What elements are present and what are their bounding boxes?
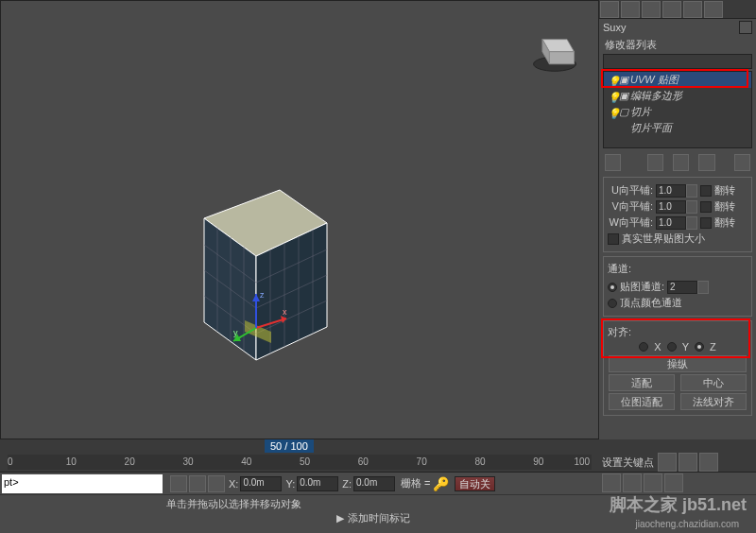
manipulate-button[interactable]: 操纵 bbox=[609, 355, 747, 372]
map-channel-radio[interactable] bbox=[608, 283, 617, 292]
nav-pan-icon[interactable] bbox=[602, 473, 621, 492]
nav-max-icon[interactable] bbox=[664, 473, 683, 492]
x-value[interactable]: 0.0m bbox=[240, 476, 282, 491]
add-time-tag[interactable]: 添加时间标记 bbox=[348, 511, 410, 525]
play-icon[interactable] bbox=[679, 453, 697, 472]
u-flip-checkbox[interactable] bbox=[700, 185, 712, 197]
svg-text:y: y bbox=[233, 328, 238, 337]
modify-tab-icon[interactable] bbox=[621, 1, 640, 18]
svg-marker-24 bbox=[252, 294, 260, 301]
command-panel-tabs bbox=[599, 0, 756, 19]
script-listener[interactable]: pt> bbox=[2, 474, 163, 493]
key-icon[interactable]: 🔑 bbox=[433, 476, 449, 491]
expand-icon[interactable]: ▣ bbox=[619, 74, 628, 86]
auto-key-button[interactable]: 自动关 bbox=[455, 476, 495, 491]
status-message: 单击并拖动以选择并移动对象 bbox=[166, 498, 301, 509]
bulb-icon[interactable]: 💡 bbox=[608, 76, 617, 85]
modifier-stack[interactable]: 💡 ▣ UVW 贴图 💡 ▣ 编辑多边形 💡 ▢ 切片 切片平面 bbox=[603, 71, 752, 148]
u-tile-spinner[interactable]: 1.0 bbox=[656, 184, 697, 198]
fit-button[interactable]: 适配 bbox=[609, 374, 675, 391]
stack-slice[interactable]: 💡 ▢ 切片 bbox=[604, 104, 751, 120]
viewcube[interactable] bbox=[528, 22, 581, 75]
frame-indicator[interactable]: 50 / 100 bbox=[265, 439, 314, 453]
w-flip-checkbox[interactable] bbox=[700, 217, 712, 229]
utilities-tab-icon[interactable] bbox=[704, 1, 723, 18]
z-label: Z: bbox=[342, 478, 352, 490]
make-unique-icon[interactable] bbox=[673, 154, 689, 171]
lock-icon[interactable] bbox=[170, 475, 187, 492]
w-tile-spinner[interactable]: 1.0 bbox=[656, 216, 697, 230]
bulb-icon[interactable]: 💡 bbox=[608, 108, 617, 117]
nav-zoom-icon[interactable] bbox=[623, 473, 642, 492]
svg-text:z: z bbox=[260, 290, 265, 300]
object-name[interactable]: Suxy bbox=[603, 22, 739, 33]
motion-tab-icon[interactable] bbox=[662, 1, 681, 18]
stack-item-label: UVW 贴图 bbox=[630, 73, 679, 87]
bulb-icon[interactable]: 💡 bbox=[608, 92, 617, 101]
stack-item-label: 切片平面 bbox=[630, 121, 672, 135]
bitmap-fit-button[interactable]: 位图适配 bbox=[609, 393, 675, 410]
stack-toolbar bbox=[603, 152, 752, 173]
next-key-icon[interactable] bbox=[699, 453, 718, 472]
z-value[interactable]: 0.0m bbox=[353, 476, 395, 491]
flip-label: 翻转 bbox=[714, 215, 735, 230]
transform-type-icon[interactable] bbox=[208, 475, 225, 492]
v-flip-checkbox[interactable] bbox=[700, 201, 712, 213]
hierarchy-tab-icon[interactable] bbox=[642, 1, 661, 18]
alignment-label: 对齐: bbox=[608, 325, 747, 339]
grid-label: 栅格 = bbox=[401, 476, 430, 490]
viewport-3d[interactable]: z x y bbox=[0, 0, 599, 439]
map-channel-spinner[interactable]: 2 bbox=[667, 281, 709, 294]
alignment-rollout: 对齐: X Y Z 操纵 适配 中心 位图适配 法线对齐 bbox=[603, 320, 752, 416]
channel-label: 通道: bbox=[608, 261, 747, 278]
create-tab-icon[interactable] bbox=[600, 1, 619, 18]
align-x-radio[interactable] bbox=[639, 342, 648, 352]
timeline[interactable]: 50 / 100 0 10 20 30 40 50 60 70 80 90 10… bbox=[0, 439, 599, 472]
move-gizmo[interactable]: z x y bbox=[228, 284, 303, 360]
expand-icon[interactable]: ▣ bbox=[619, 90, 628, 102]
remove-modifier-icon[interactable] bbox=[698, 154, 714, 171]
collapse-icon[interactable]: ▢ bbox=[619, 106, 628, 118]
align-y-radio[interactable] bbox=[667, 342, 677, 352]
stack-item-label: 切片 bbox=[630, 105, 651, 119]
u-tile-label: U向平铺: bbox=[608, 183, 653, 198]
v-tile-label: V向平铺: bbox=[608, 199, 653, 214]
show-end-result-icon[interactable] bbox=[647, 154, 663, 171]
y-value[interactable]: 0.0m bbox=[297, 476, 338, 491]
stack-slice-plane[interactable]: 切片平面 bbox=[627, 120, 751, 136]
selection-lock-icon[interactable] bbox=[189, 475, 206, 492]
normal-align-button[interactable]: 法线对齐 bbox=[680, 393, 747, 410]
transform-toolbar bbox=[170, 475, 225, 492]
vertex-color-radio[interactable] bbox=[608, 299, 617, 308]
pin-stack-icon[interactable] bbox=[605, 154, 621, 171]
time-ruler[interactable]: 0 10 20 30 40 50 60 70 80 90 100 bbox=[8, 455, 592, 470]
map-channel-label: 贴图通道: bbox=[620, 280, 664, 294]
x-label: X: bbox=[229, 478, 238, 490]
set-key-label[interactable]: 设置关键点 bbox=[602, 456, 654, 470]
w-tile-label: W向平铺: bbox=[608, 215, 653, 230]
object-color-swatch[interactable] bbox=[739, 21, 752, 34]
real-world-label: 真实世界贴图大小 bbox=[622, 232, 705, 246]
mapping-rollout: U向平铺: 1.0 翻转 V向平铺: 1.0 翻转 W向平铺: 1.0 翻转 真… bbox=[603, 177, 752, 252]
modifier-list-dropdown[interactable] bbox=[603, 54, 752, 69]
key-controls: 设置关键点 bbox=[601, 452, 752, 493]
stack-edit-poly[interactable]: 💡 ▣ 编辑多边形 bbox=[604, 88, 751, 104]
modifier-list-label: 修改器列表 bbox=[599, 36, 756, 54]
tag-icon[interactable]: ▶ bbox=[336, 512, 344, 524]
modify-panel: Suxy 修改器列表 💡 ▣ UVW 贴图 💡 ▣ 编辑多边形 💡 ▢ 切片 切… bbox=[599, 0, 756, 439]
flip-label: 翻转 bbox=[714, 183, 735, 198]
flip-label: 翻转 bbox=[714, 199, 735, 214]
display-tab-icon[interactable] bbox=[683, 1, 702, 18]
stack-uvw-map[interactable]: 💡 ▣ UVW 贴图 bbox=[604, 72, 751, 88]
channel-rollout: 通道: 贴图通道: 2 顶点颜色通道 bbox=[603, 256, 752, 317]
watermark-sub: jiaocheng.chazidian.com bbox=[635, 519, 739, 529]
prev-key-icon[interactable] bbox=[658, 453, 677, 472]
nav-orbit-icon[interactable] bbox=[644, 473, 662, 492]
align-z-radio[interactable] bbox=[695, 342, 704, 352]
v-tile-spinner[interactable]: 1.0 bbox=[656, 200, 697, 214]
center-button[interactable]: 中心 bbox=[680, 374, 747, 391]
y-label: Y: bbox=[285, 478, 295, 490]
real-world-checkbox[interactable] bbox=[608, 233, 619, 245]
svg-marker-3 bbox=[549, 52, 574, 64]
configure-sets-icon[interactable] bbox=[734, 154, 750, 171]
